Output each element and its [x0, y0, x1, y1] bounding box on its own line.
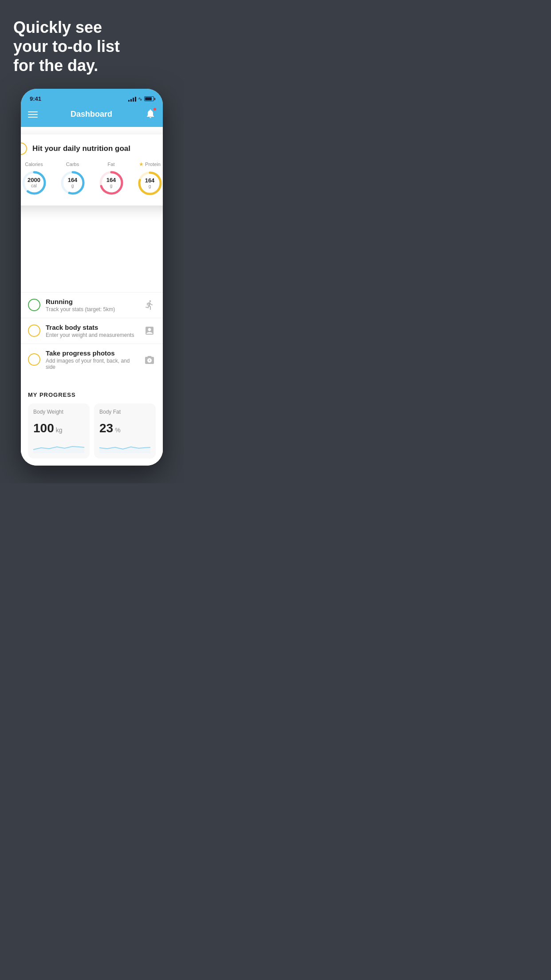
- todo-list: Running Track your stats (target: 5km) T…: [21, 292, 163, 375]
- calories-label: Calories: [25, 162, 43, 167]
- body-fat-card-title: Body Fat: [99, 409, 150, 415]
- scale-icon: [143, 324, 156, 337]
- calories-value: 2000: [28, 177, 40, 184]
- todo-running[interactable]: Running Track your stats (target: 5km): [21, 292, 163, 318]
- protein-value: 164: [145, 177, 155, 184]
- body-fat-chart: [99, 440, 150, 453]
- card-header: Hit your daily nutrition goal: [21, 142, 163, 155]
- nutrition-card: Hit your daily nutrition goal Calories: [21, 134, 163, 205]
- running-checkbox[interactable]: [28, 299, 40, 311]
- header-title: Dashboard: [71, 110, 112, 119]
- phone-content: THINGS TO DO TODAY Hit your daily nutrit…: [21, 127, 163, 466]
- body-stats-title: Track body stats: [46, 324, 138, 331]
- photos-title: Take progress photos: [46, 349, 138, 357]
- carbs-value: 164: [68, 177, 78, 184]
- body-weight-value-row: 100 kg: [33, 421, 84, 435]
- photo-icon: [143, 353, 156, 366]
- calories-ring: 2000 cal: [21, 170, 47, 196]
- protein-item: ★ Protein 164 g: [137, 161, 163, 197]
- hero-section: Quickly see your to-do list for the day.: [0, 0, 184, 84]
- notification-bell-icon[interactable]: [145, 108, 156, 121]
- wifi-icon: ∿: [138, 96, 142, 102]
- protein-label: ★ Protein: [139, 161, 161, 167]
- hero-title: Quickly see your to-do list for the day.: [13, 18, 170, 75]
- app-header: Dashboard: [21, 105, 163, 127]
- running-subtitle: Track your stats (target: 5km): [46, 306, 138, 312]
- nutrition-card-title: Hit your daily nutrition goal: [32, 144, 130, 153]
- fat-value: 164: [106, 177, 116, 184]
- body-fat-card: Body Fat 23 %: [94, 403, 156, 458]
- running-content: Running Track your stats (target: 5km): [46, 298, 138, 312]
- carbs-ring: 164 g: [59, 170, 86, 196]
- status-icons: ∿: [128, 96, 154, 102]
- nutrition-grid: Calories 2000 cal: [21, 161, 163, 197]
- body-weight-card-title: Body Weight: [33, 409, 84, 415]
- menu-icon[interactable]: [28, 111, 38, 118]
- photos-checkbox[interactable]: [28, 353, 40, 366]
- body-weight-unit: kg: [56, 427, 63, 434]
- body-stats-checkbox[interactable]: [28, 324, 40, 337]
- battery-icon: [144, 96, 154, 101]
- fat-label: Fat: [108, 162, 115, 167]
- background: Quickly see your to-do list for the day.…: [0, 0, 184, 483]
- protein-ring: 164 g: [137, 170, 163, 197]
- carbs-unit: g: [68, 183, 78, 189]
- notification-dot: [153, 107, 157, 111]
- progress-cards: Body Weight 100 kg: [28, 403, 156, 458]
- carbs-item: Carbs 164 g: [59, 162, 86, 196]
- phone-mockup: 9:41 ∿ Dashboard: [21, 89, 163, 466]
- calories-unit: cal: [28, 183, 40, 189]
- progress-title: MY PROGRESS: [28, 391, 156, 398]
- body-weight-card: Body Weight 100 kg: [28, 403, 90, 458]
- fat-unit: g: [106, 183, 116, 189]
- carbs-label: Carbs: [66, 162, 79, 167]
- photos-subtitle: Add images of your front, back, and side: [46, 358, 138, 370]
- todo-body-stats[interactable]: Track body stats Enter your weight and m…: [21, 318, 163, 344]
- nutrition-checkbox[interactable]: [21, 142, 27, 155]
- protein-unit: g: [145, 184, 155, 189]
- body-weight-chart: [33, 440, 84, 453]
- body-weight-value: 100: [33, 421, 54, 435]
- status-bar: 9:41 ∿: [21, 89, 163, 105]
- body-stats-subtitle: Enter your weight and measurements: [46, 332, 138, 338]
- running-title: Running: [46, 298, 138, 305]
- body-stats-content: Track body stats Enter your weight and m…: [46, 324, 138, 338]
- photos-content: Take progress photos Add images of your …: [46, 349, 138, 370]
- body-fat-unit: %: [115, 427, 120, 434]
- card-wrapper: Hit your daily nutrition goal Calories: [21, 143, 163, 221]
- body-fat-value: 23: [99, 421, 113, 435]
- my-progress-section: MY PROGRESS Body Weight 100 kg: [21, 384, 163, 466]
- calories-item: Calories 2000 cal: [21, 162, 47, 196]
- fat-item: Fat 164 g: [98, 162, 125, 196]
- star-icon: ★: [139, 161, 144, 167]
- body-fat-value-row: 23 %: [99, 421, 150, 435]
- signal-icon: [128, 96, 136, 102]
- fat-ring: 164 g: [98, 170, 125, 196]
- running-icon: [143, 299, 156, 311]
- todo-photos[interactable]: Take progress photos Add images of your …: [21, 344, 163, 375]
- status-time: 9:41: [30, 95, 41, 102]
